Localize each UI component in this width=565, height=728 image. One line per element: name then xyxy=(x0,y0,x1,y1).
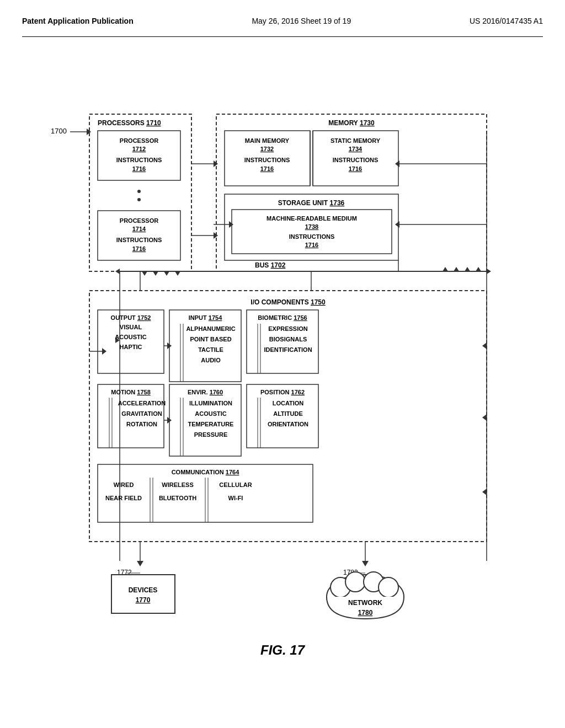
svg-marker-17 xyxy=(142,271,147,276)
processor-1712-instr1: INSTRUCTIONS xyxy=(116,157,162,163)
static-memory-instr2: 1716 xyxy=(349,165,362,172)
comm-near-field: NEAR FIELD xyxy=(105,495,142,501)
svg-point-2 xyxy=(137,190,141,193)
main-memory-instr2: 1716 xyxy=(260,165,274,172)
mrm-instr2: 1716 xyxy=(305,242,318,248)
motion-title: MOTION 1758 xyxy=(111,389,151,395)
svg-marker-24 xyxy=(476,267,481,271)
biometric-identification: IDENTIFICATION xyxy=(264,346,312,353)
static-memory-label2: 1734 xyxy=(349,146,363,152)
comm-bluetooth: BLUETOOTH xyxy=(159,495,196,501)
header-center: May 26, 2016 Sheet 19 of 19 xyxy=(252,17,351,25)
main-memory-label2: 1732 xyxy=(260,146,274,152)
svg-marker-63 xyxy=(362,561,369,566)
biometric-title: BIOMETRIC 1756 xyxy=(258,314,307,321)
motion-gravitation: GRAVITATION xyxy=(121,410,162,417)
svg-point-3 xyxy=(137,198,141,201)
fig-label: FIG. 17 xyxy=(260,643,306,657)
svg-marker-59 xyxy=(482,489,487,495)
processor-1714-label2: 1714 xyxy=(132,226,146,232)
svg-marker-23 xyxy=(465,267,470,271)
page: Patent Application Publication May 26, 2… xyxy=(0,0,565,728)
processor-1712-instr2: 1716 xyxy=(132,165,146,172)
comm-title: COMMUNICATION 1764 xyxy=(172,469,240,475)
network-label2: 1780 xyxy=(358,609,373,617)
envir-temperature: TEMPERATURE xyxy=(188,421,234,427)
devices-label2: 1770 xyxy=(136,596,151,604)
memory-title: MEMORY 1730 xyxy=(328,119,375,127)
main-memory-instr1: INSTRUCTIONS xyxy=(244,157,290,163)
input-point-based: POINT BASED xyxy=(190,336,231,342)
biometric-expression: EXPRESSION xyxy=(268,325,308,332)
position-location: LOCATION xyxy=(273,400,304,406)
input-audio: AUDIO xyxy=(201,357,221,363)
svg-marker-53 xyxy=(482,414,487,421)
input-tactile: TACTILE xyxy=(198,346,223,353)
svg-marker-20 xyxy=(175,271,180,276)
mrm-instr1: INSTRUCTIONS xyxy=(289,233,335,240)
svg-marker-13 xyxy=(229,221,233,228)
svg-marker-35 xyxy=(102,348,106,355)
output-haptic: HAPTIC xyxy=(120,344,142,350)
envir-illumination: ILLUMINATION xyxy=(189,400,232,406)
processor-1714-instr1: INSTRUCTIONS xyxy=(116,237,162,243)
svg-marker-43 xyxy=(482,342,487,349)
processor-1714-label1: PROCESSOR xyxy=(120,217,158,224)
svg-marker-21 xyxy=(443,267,448,271)
diagram-svg: 1700 PROCESSORS 1710 PROCESSOR 1712 INST… xyxy=(34,53,531,704)
svg-marker-19 xyxy=(164,271,169,276)
static-memory-instr1: INSTRUCTIONS xyxy=(333,157,379,163)
patent-header: Patent Application Publication May 26, 2… xyxy=(22,11,543,37)
comm-wifi: WI-FI xyxy=(228,495,243,501)
bus-label: BUS 1702 xyxy=(255,261,286,269)
static-memory-label1: STATIC MEMORY xyxy=(331,137,381,144)
svg-marker-61 xyxy=(137,561,143,566)
processors-title: PROCESSORS 1710 xyxy=(98,119,161,127)
svg-marker-11 xyxy=(395,160,399,167)
label-1700: 1700 xyxy=(51,127,67,135)
svg-marker-15 xyxy=(395,221,399,228)
io-title: I/O COMPONENTS 1750 xyxy=(250,298,326,306)
storage-unit-title: STORAGE UNIT 1736 xyxy=(278,199,345,207)
envir-pressure: PRESSURE xyxy=(194,431,228,438)
header-left: Patent Application Publication xyxy=(22,17,134,25)
position-altitude: ALTITUDE xyxy=(273,410,303,417)
processor-1712-label2: 1712 xyxy=(132,146,146,152)
envir-acoustic: ACOUSTIC xyxy=(195,410,227,417)
biometric-biosignals: BIOSIGNALS xyxy=(269,336,307,342)
mrm-label2: 1738 xyxy=(305,223,318,230)
svg-marker-22 xyxy=(454,267,459,271)
output-acoustic: ACOUSTIC xyxy=(115,334,147,340)
processor-1712-label1: PROCESSOR xyxy=(120,137,158,144)
network-label1: NETWORK xyxy=(348,599,382,607)
output-visual: VISUAL xyxy=(120,324,142,330)
comm-wired: WIRED xyxy=(114,481,134,488)
devices-box xyxy=(111,575,175,613)
svg-point-69 xyxy=(379,577,398,597)
motion-rotation: ROTATION xyxy=(126,421,157,427)
input-alphanumeric: ALPHANUMERIC xyxy=(186,325,235,332)
mrm-label1: MACHINE-READABLE MEDIUM xyxy=(266,215,357,222)
svg-marker-18 xyxy=(153,271,158,276)
main-memory-label1: MAIN MEMORY xyxy=(245,137,290,144)
devices-label1: DEVICES xyxy=(129,586,158,594)
comm-cellular: CELLULAR xyxy=(219,481,252,488)
processor-1714-instr2: 1716 xyxy=(132,245,146,252)
svg-point-67 xyxy=(345,572,365,592)
svg-marker-25 xyxy=(115,269,120,274)
header-right: US 2016/0147435 A1 xyxy=(470,17,543,25)
position-orientation: ORIENTATION xyxy=(268,421,308,427)
motion-acceleration: ACCELERATION xyxy=(118,400,166,406)
output-title: OUTPUT 1752 xyxy=(111,314,151,321)
comm-wireless: WIRELESS xyxy=(162,481,193,488)
svg-marker-26 xyxy=(487,269,491,274)
input-title: INPUT 1754 xyxy=(189,314,222,321)
position-title: POSITION 1762 xyxy=(260,389,305,395)
envir-title: ENVIR. 1760 xyxy=(188,389,223,395)
